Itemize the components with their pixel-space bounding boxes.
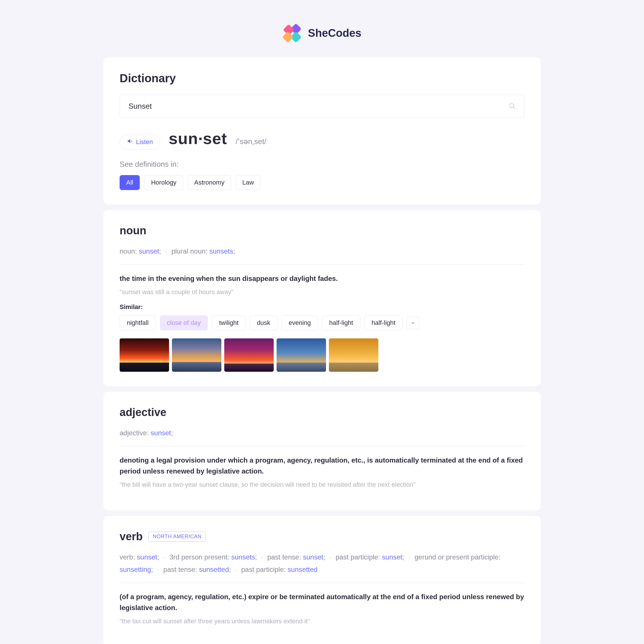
sunset-thumbnail[interactable] [224,338,274,372]
noun-forms: noun: sunset; · plural noun: sunsets; [120,245,524,257]
brand-name: SheCodes [308,27,361,39]
noun-card: noun noun: sunset; · plural noun: sunset… [103,210,541,386]
brand-logo: SheCodes [103,23,541,43]
category-tabs: AllHorologyAstronomyLaw [120,175,524,190]
sunset-thumbnail[interactable] [120,338,169,372]
svg-rect-3 [283,31,294,43]
pos-heading-adjective: adjective [120,406,524,419]
definitions-in-label: See definitions in: [120,160,524,169]
listen-button[interactable]: Listen [120,135,160,149]
brand-logo-mark [283,23,303,43]
category-tab[interactable]: Horology [144,175,183,190]
similar-chip[interactable]: evening [281,315,318,330]
similar-chip[interactable]: half-light [364,315,403,330]
adjective-example: "the bill will have a two-year sunset cl… [120,481,524,488]
similar-label: Similar: [120,303,524,311]
divider [120,446,524,446]
pos-heading-verb: verb [120,530,143,543]
listen-label: Listen [136,138,153,146]
svg-point-4 [509,103,514,108]
search-icon [509,102,516,110]
verb-example: "the tax cut will sunset after three yea… [120,618,524,625]
similar-chips: nightfallclose of daytwilightduskevening… [120,315,524,330]
speaker-icon [127,138,133,146]
verb-definition: (of a program, agency, regulation, etc.)… [120,591,524,614]
verb-card: verb NORTH AMERICAN verb: sunset; · 3rd … [103,516,541,644]
adjective-forms: adjective: sunset; [120,427,524,439]
category-tab[interactable]: Astronomy [188,175,231,190]
divider [120,582,524,583]
category-tab[interactable]: All [120,175,140,190]
similar-chip[interactable]: twilight [212,315,246,330]
region-badge: NORTH AMERICAN [148,532,206,542]
image-thumbnails [120,338,524,372]
similar-chip[interactable]: close of day [160,315,208,330]
noun-definition: the time in the evening when the sun dis… [120,273,524,284]
sunset-thumbnail[interactable] [172,338,221,372]
page-title: Dictionary [120,72,524,85]
similar-chip[interactable]: dusk [250,315,277,330]
more-similar-button[interactable] [407,317,419,329]
search-field[interactable] [120,95,524,118]
verb-forms: verb: sunset; · 3rd person present: suns… [120,551,524,576]
adjective-definition: denoting a legal provision under which a… [120,455,524,477]
noun-example: "sunset was still a couple of hours away… [120,288,524,296]
similar-chip[interactable]: nightfall [120,315,156,330]
header-card: Dictionary Listen sun·set /ˈsənˌs [103,57,541,204]
pos-heading-noun: noun [120,225,524,237]
divider [120,264,524,265]
category-tab[interactable]: Law [236,175,260,190]
similar-chip[interactable]: half-light [322,315,360,330]
sunset-thumbnail[interactable] [277,338,326,372]
chevron-down-icon [410,320,415,325]
search-input[interactable] [128,101,509,111]
phonetic: /ˈsənˌset/ [236,137,267,146]
adjective-card: adjective adjective: sunset; denoting a … [103,392,541,510]
svg-line-5 [513,107,515,109]
headword: sun·set [169,129,227,148]
sunset-thumbnail[interactable] [329,338,378,372]
